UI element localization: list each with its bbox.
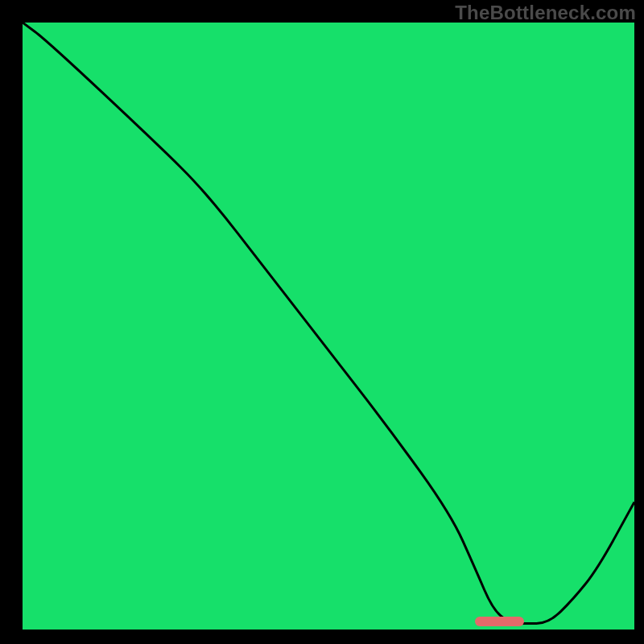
plot-svg bbox=[23, 23, 634, 630]
gradient-rect bbox=[23, 23, 634, 630]
optimal-range-marker bbox=[475, 617, 524, 626]
chart-frame: TheBottleneck.com bbox=[0, 0, 644, 644]
plot-area bbox=[23, 23, 634, 630]
watermark-text: TheBottleneck.com bbox=[455, 2, 636, 24]
